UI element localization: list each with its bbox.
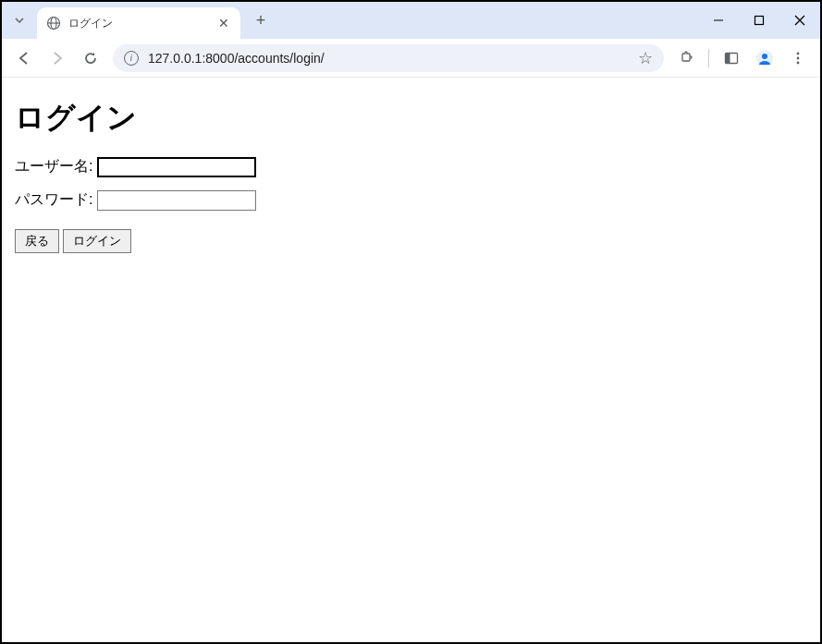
password-label: パスワード: — [15, 191, 92, 207]
minimize-button[interactable] — [698, 3, 739, 38]
svg-point-13 — [797, 61, 800, 64]
close-window-button[interactable] — [779, 3, 820, 38]
svg-point-12 — [797, 56, 800, 59]
svg-point-10 — [762, 54, 767, 59]
password-row: パスワード: — [15, 190, 807, 211]
toolbar-divider — [708, 49, 709, 67]
site-info-icon[interactable]: i — [124, 51, 139, 66]
tab-title: ログイン — [68, 16, 209, 31]
svg-rect-4 — [755, 17, 764, 25]
menu-icon[interactable] — [783, 43, 813, 73]
username-label: ユーザー名: — [15, 158, 92, 174]
bookmark-star-icon[interactable]: ☆ — [638, 48, 653, 68]
button-row: 戻る ログイン — [15, 229, 807, 253]
maximize-button[interactable] — [739, 3, 779, 38]
url-text: 127.0.0.1:8000/accounts/login/ — [148, 51, 629, 66]
titlebar: ログイン ✕ + — [2, 2, 820, 39]
browser-tab[interactable]: ログイン ✕ — [37, 7, 240, 39]
window-controls — [698, 3, 820, 38]
back-form-button[interactable]: 戻る — [15, 229, 59, 253]
side-panel-icon[interactable] — [717, 43, 746, 73]
username-row: ユーザー名: — [15, 157, 807, 177]
password-input[interactable] — [97, 190, 256, 211]
url-box[interactable]: i 127.0.0.1:8000/accounts/login/ ☆ — [113, 44, 664, 72]
reload-button[interactable] — [76, 43, 105, 73]
globe-icon — [46, 16, 61, 30]
login-button[interactable]: ログイン — [63, 229, 131, 253]
page-content: ログイン ユーザー名: パスワード: 戻る ログイン — [2, 78, 820, 642]
svg-rect-8 — [726, 53, 730, 63]
forward-button[interactable] — [43, 43, 72, 73]
svg-point-11 — [797, 52, 800, 55]
new-tab-button[interactable]: + — [248, 7, 274, 33]
address-bar: i 127.0.0.1:8000/accounts/login/ ☆ — [2, 39, 820, 78]
tab-search-dropdown[interactable] — [2, 3, 37, 38]
back-button[interactable] — [9, 43, 39, 73]
page-heading: ログイン — [15, 98, 807, 139]
close-tab-button[interactable]: ✕ — [216, 16, 231, 30]
browser-window: ログイン ✕ + i 127.0.0.1:8000/ — [2, 2, 820, 642]
extensions-icon[interactable] — [671, 43, 701, 73]
username-input[interactable] — [97, 157, 256, 177]
profile-icon[interactable] — [750, 43, 779, 73]
